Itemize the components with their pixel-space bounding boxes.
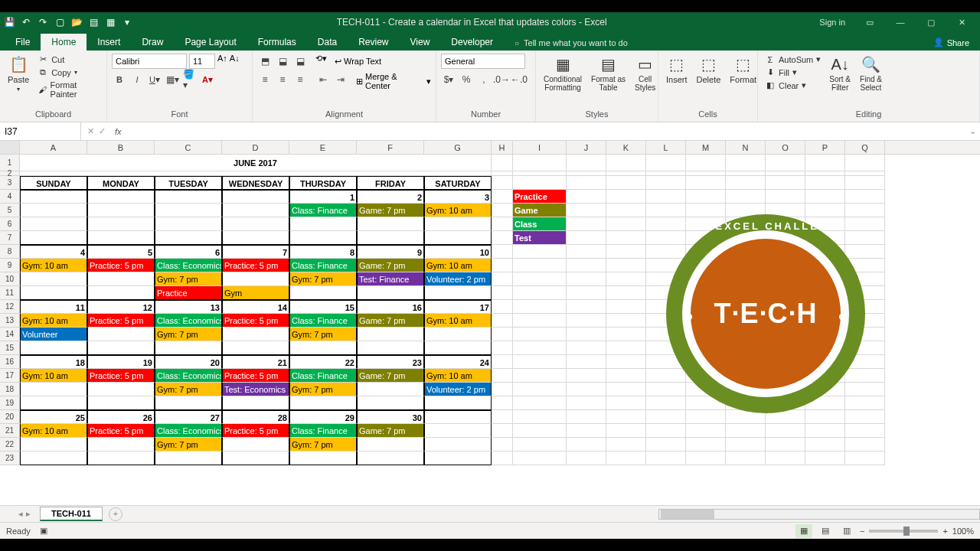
calendar-date[interactable]: 24 [424, 355, 492, 369]
calendar-date[interactable]: 28 [222, 410, 289, 424]
calendar-empty[interactable] [222, 231, 289, 245]
fill-button[interactable]: ⬇Fill▾ [763, 67, 823, 78]
tell-me-search[interactable]: Tell me what you want to do [504, 35, 639, 51]
cell[interactable] [567, 410, 606, 424]
align-left-icon[interactable]: ≡ [257, 72, 273, 87]
cell[interactable] [845, 438, 885, 452]
calendar-event[interactable]: Game: 7 pm [357, 204, 424, 217]
bold-button[interactable]: B [112, 72, 127, 87]
insert-cells-button[interactable]: ⬚Insert [663, 54, 691, 86]
calendar-date[interactable]: 2 [357, 190, 424, 204]
cell[interactable] [513, 341, 567, 355]
delete-cells-button[interactable]: ⬚Delete [694, 54, 724, 86]
spreadsheet-grid[interactable]: ABCDEFGHIJKLMNOPQ 1JUNE 201723SUNDAYMOND… [0, 141, 980, 505]
legend-item[interactable]: Game [513, 204, 567, 217]
cell[interactable] [513, 369, 567, 383]
increase-indent-icon[interactable]: ⇥ [333, 72, 348, 87]
tab-insert[interactable]: Insert [87, 34, 131, 51]
cell[interactable] [567, 438, 606, 452]
col-header[interactable]: H [492, 141, 513, 154]
calendar-event[interactable]: Gym: 7 pm [289, 438, 357, 452]
col-header[interactable]: G [424, 141, 492, 154]
calendar-day-header[interactable]: TUESDAY [155, 176, 222, 190]
calendar-empty[interactable] [222, 328, 289, 341]
cell[interactable] [513, 286, 567, 300]
cell[interactable] [646, 438, 686, 452]
calendar-event[interactable]: Practice: 5 pm [222, 259, 289, 272]
row-header[interactable]: 22 [0, 438, 20, 452]
calendar-empty[interactable] [155, 217, 222, 231]
calendar-event[interactable]: Practice: 5 pm [222, 314, 289, 328]
calendar-empty[interactable] [357, 383, 424, 396]
format-as-table-button[interactable]: ▤Format as Table [588, 54, 629, 93]
fx-icon[interactable]: fx [112, 127, 125, 136]
percent-format-icon[interactable]: % [459, 72, 474, 87]
cell[interactable] [606, 245, 646, 259]
calendar-date[interactable]: 7 [222, 245, 289, 259]
col-header[interactable]: D [222, 141, 289, 154]
calendar-date[interactable]: 6 [155, 245, 222, 259]
row-header[interactable]: 6 [0, 217, 20, 231]
cell[interactable] [606, 217, 646, 231]
view-page-break-icon[interactable]: ▥ [838, 524, 855, 538]
calendar-date[interactable]: 20 [155, 355, 222, 369]
cell[interactable] [606, 190, 646, 204]
cell[interactable] [606, 383, 646, 396]
calendar-date[interactable]: 5 [87, 245, 155, 259]
calendar-event[interactable]: Game: 7 pm [357, 424, 424, 438]
row-header[interactable]: 10 [0, 272, 20, 286]
calendar-date[interactable]: 18 [20, 355, 87, 369]
cell[interactable] [567, 424, 606, 438]
cell[interactable] [606, 314, 646, 328]
calendar-date[interactable]: 3 [424, 190, 492, 204]
cell[interactable] [766, 424, 805, 438]
tab-nav-next-icon[interactable]: ▸ [26, 509, 31, 519]
cell[interactable] [726, 190, 766, 204]
cell[interactable] [492, 217, 513, 231]
calendar-empty[interactable] [424, 217, 492, 231]
macro-record-icon[interactable]: ▣ [40, 526, 47, 536]
row-header[interactable]: 9 [0, 259, 20, 272]
legend-item[interactable]: Practice [513, 190, 567, 204]
calendar-title[interactable]: JUNE 2017 [20, 155, 492, 171]
cell[interactable] [492, 452, 513, 465]
calendar-event[interactable]: Practice: 5 pm [87, 314, 155, 328]
calendar-empty[interactable] [20, 438, 87, 452]
align-middle-icon[interactable]: ⬓ [275, 54, 290, 69]
cell[interactable] [567, 341, 606, 355]
cell[interactable] [646, 424, 686, 438]
zoom-slider[interactable] [869, 530, 938, 533]
row-header[interactable]: 17 [0, 369, 20, 383]
cell[interactable] [492, 176, 513, 190]
cell[interactable] [606, 155, 646, 171]
calendar-event[interactable]: Gym: 7 pm [155, 272, 222, 286]
maximize-icon[interactable]: ▢ [916, 12, 946, 32]
calendar-empty[interactable] [20, 286, 87, 300]
cell[interactable] [492, 328, 513, 341]
calendar-event[interactable]: Class: Finance [289, 369, 357, 383]
zoom-out-icon[interactable]: − [860, 527, 864, 536]
view-page-layout-icon[interactable]: ▤ [817, 524, 834, 538]
signin-link[interactable]: Sign in [810, 12, 854, 32]
cell[interactable] [567, 259, 606, 272]
calendar-empty[interactable] [155, 231, 222, 245]
cell[interactable] [606, 438, 646, 452]
calendar-event[interactable]: Practice: 5 pm [222, 424, 289, 438]
calendar-day-header[interactable]: SATURDAY [424, 176, 492, 190]
calendar-empty[interactable] [289, 286, 357, 300]
row-header[interactable]: 19 [0, 396, 20, 410]
row-header[interactable]: 18 [0, 383, 20, 396]
cell[interactable] [567, 217, 606, 231]
calendar-day-header[interactable]: WEDNESDAY [222, 176, 289, 190]
cell[interactable] [606, 231, 646, 245]
cell[interactable] [567, 355, 606, 369]
calendar-empty[interactable] [20, 217, 87, 231]
calendar-date[interactable] [222, 190, 289, 204]
cell[interactable] [492, 341, 513, 355]
calendar-date[interactable]: 23 [357, 355, 424, 369]
cell[interactable] [567, 176, 606, 190]
col-header[interactable]: I [513, 141, 567, 154]
calendar-empty[interactable] [357, 217, 424, 231]
calendar-event[interactable]: Test: Economics [222, 383, 289, 396]
cell[interactable] [686, 452, 726, 465]
